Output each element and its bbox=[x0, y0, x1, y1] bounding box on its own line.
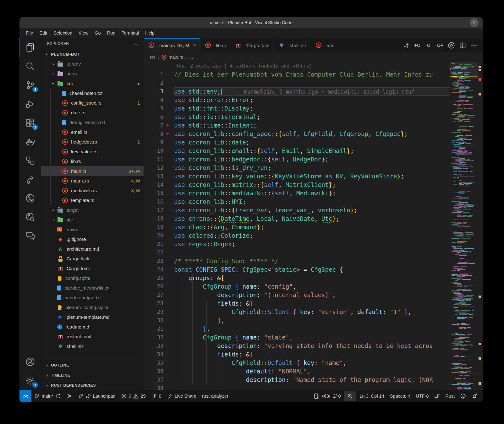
tree-item-rustfmt-toml[interactable]: [T]rustfmt.toml bbox=[41, 332, 144, 341]
status-rust-analyzer[interactable]: rust-analyzer bbox=[199, 390, 231, 402]
activity-source-control[interactable]: 3 bbox=[19, 76, 41, 95]
code-line-27[interactable]: 27 description: "(internal values)", bbox=[144, 291, 450, 299]
code-line-3[interactable]: 3use std::env;murmeldin, 5 months ago • … bbox=[144, 87, 450, 96]
code-line-2[interactable]: 2 bbox=[144, 79, 450, 87]
code-line-20[interactable]: 20use colored::Colorize; bbox=[144, 231, 450, 240]
tree-item-email-rs[interactable]: Remail.rs bbox=[41, 127, 144, 137]
code-line-38[interactable]: 38 bbox=[144, 384, 450, 390]
tree-item-idea[interactable]: ›●.idea bbox=[41, 69, 144, 79]
tree-item-target[interactable]: ›◎target bbox=[41, 205, 144, 215]
tree-item-hedgedoc-rs[interactable]: Rhedgedoc.rs1 bbox=[41, 137, 144, 147]
minimap[interactable] bbox=[450, 62, 478, 390]
status-zoom[interactable] bbox=[344, 391, 356, 401]
menu-file[interactable]: File bbox=[23, 29, 36, 37]
code-line-33[interactable]: 33 description: "varying state info that… bbox=[144, 342, 450, 350]
code-line-7[interactable]: 7use std::time::Instant; bbox=[144, 121, 450, 130]
tab-em[interactable]: Rem bbox=[311, 38, 333, 52]
status-language-mode[interactable]: Rust bbox=[442, 390, 457, 402]
tree-item-config-spec-rs[interactable]: Rconfig_spec.rs1 bbox=[41, 98, 144, 108]
tree-root-plenum-bot[interactable]: › PLENUM-BOT bbox=[41, 49, 144, 59]
activity-run-debug[interactable] bbox=[19, 95, 41, 113]
previous-change-button[interactable] bbox=[412, 40, 422, 50]
menu-view[interactable]: View bbox=[75, 29, 91, 37]
explorer-more-actions-icon[interactable]: ··· bbox=[134, 41, 139, 46]
code-line-1[interactable]: 1// Dies ist der Plenumsbot vom Chaos Co… bbox=[144, 70, 450, 79]
code-line-16[interactable]: 16use cccron_lib::NYI; bbox=[144, 198, 450, 206]
sidebar-section-timeline[interactable]: ›TIMELINE bbox=[41, 370, 144, 380]
tab-lib-rs[interactable]: Rlib.rs bbox=[200, 38, 230, 52]
code-line-25[interactable]: 25 groups: &[ bbox=[144, 274, 450, 282]
tree-item-key-value-rs[interactable]: Rkey_value.rs bbox=[41, 147, 144, 156]
code-line-28[interactable]: 28 fields: &[ bbox=[144, 299, 450, 308]
activity-comments[interactable] bbox=[19, 226, 41, 245]
tree-item-pandoc-output-txt[interactable]: pandoc-output.txt bbox=[41, 293, 144, 302]
menu-run[interactable]: Run bbox=[104, 29, 119, 37]
code-line-19[interactable]: 19use clap::{Arg, Command}; bbox=[144, 223, 450, 231]
tree-item-gitignore[interactable]: ◆.gitignore bbox=[41, 234, 144, 244]
tree-item-plenum-template-md[interactable]: M↓plenum-template.md bbox=[41, 312, 144, 322]
unchanged-region-button[interactable] bbox=[424, 40, 434, 50]
code-line-36[interactable]: 36 default: "NORMAL", bbox=[144, 367, 450, 376]
breadcrumb-folder[interactable]: src bbox=[150, 55, 156, 60]
code-line-22[interactable]: 22 bbox=[144, 248, 450, 257]
code-line-18[interactable]: 18use chrono::{DateTime, Local, NaiveDat… bbox=[144, 215, 450, 223]
more-actions-button[interactable] bbox=[469, 40, 479, 50]
activity-search[interactable] bbox=[19, 57, 41, 76]
tree-item-mediawiki-rs[interactable]: Rmediawiki.rs8, M bbox=[41, 186, 144, 195]
tree-item-pandoc-mediawiki-txt[interactable]: pandoc_mediawiki.txt bbox=[41, 283, 144, 293]
code-line-32[interactable]: 32 CfgGroup { name: "state", bbox=[144, 333, 450, 342]
code-line-4[interactable]: 4use std::error::Error; bbox=[144, 96, 450, 104]
split-editor-button[interactable] bbox=[457, 40, 468, 50]
tree-item-date-rs[interactable]: Rdate.rs bbox=[41, 108, 144, 117]
code-line-9[interactable]: 9use cccron_lib::date; bbox=[144, 138, 450, 147]
code-line-31[interactable]: 31 }, bbox=[144, 325, 450, 333]
status-cursor-position[interactable]: Ln 3, Col 14 bbox=[357, 390, 387, 402]
activity-explorer[interactable] bbox=[19, 38, 41, 57]
tree-item-src[interactable]: ›</>src● bbox=[41, 79, 144, 88]
code-line-35[interactable]: 35 CfgField::Default { key: "name", bbox=[144, 359, 450, 367]
activity-gitlens-inspect[interactable] bbox=[19, 208, 41, 226]
tree-item-util[interactable]: ›+util bbox=[41, 215, 144, 225]
status-eol[interactable]: LF bbox=[431, 390, 442, 402]
status-launchpad[interactable]: Launchpad bbox=[75, 390, 118, 402]
code-line-14[interactable]: 14use cccron_lib::matrix::{self, MatrixC… bbox=[144, 181, 450, 189]
run-or-debug-button[interactable] bbox=[446, 40, 456, 50]
status-indentation[interactable]: Spaces: 4 bbox=[387, 390, 413, 402]
status-accessibility[interactable] bbox=[457, 390, 469, 402]
tree-item-cargo-toml[interactable]: [T]Cargo.toml bbox=[41, 264, 144, 273]
code-line-34[interactable]: 34 fields: &[ bbox=[144, 350, 450, 359]
code-line-11[interactable]: 11use cccron_lib::hedgedoc::{self, Hedge… bbox=[144, 155, 450, 164]
tree-item-chaosknoten-txt[interactable]: chaosknoten.txt bbox=[41, 88, 144, 98]
code-line-30[interactable]: 30 ], bbox=[144, 316, 450, 325]
sidebar-section-rust-dependencies[interactable]: ›RUST DEPENDENCIES bbox=[41, 380, 144, 390]
code-line-23[interactable]: 23/* ***** Config Spec ***** */ bbox=[144, 257, 450, 265]
menu-selection[interactable]: Selection bbox=[50, 29, 75, 37]
code-line-24[interactable]: 24const CONFIG_SPEC: CfgSpec<'static> = … bbox=[144, 265, 450, 274]
tree-item-debug-emails-txt[interactable]: debug_emails.txt bbox=[41, 117, 144, 127]
tree-item-cargo-lock[interactable]: Cargo.lock bbox=[41, 254, 144, 264]
menu-help[interactable]: Help bbox=[142, 29, 158, 37]
tree-item-lib-rs[interactable]: Rlib.rs bbox=[41, 156, 144, 166]
code-line-17[interactable]: 17use cccron_lib::{trace_var, trace_var_… bbox=[144, 206, 450, 215]
status-live-share[interactable]: Live Share bbox=[164, 390, 199, 402]
activity-gitlens[interactable] bbox=[19, 189, 41, 208]
tree-item-shell-nix[interactable]: ❄shell.nix bbox=[41, 341, 144, 351]
tree-item-architecture-md[interactable]: Λarchitecture.md bbox=[41, 244, 144, 254]
activity-live-share[interactable] bbox=[19, 170, 41, 189]
breadcrumb-file[interactable]: main.rs bbox=[169, 55, 183, 60]
tree-item-envrc[interactable]: >_.envrc bbox=[41, 225, 144, 234]
code-line-10[interactable]: 10use cccron_lib::email::{self, Email, S… bbox=[144, 147, 450, 155]
status-problems[interactable]: 029 bbox=[118, 390, 148, 402]
status-ports[interactable]: 0 bbox=[149, 390, 164, 402]
tree-item-template-rs[interactable]: Rtemplate.rs bbox=[41, 195, 144, 205]
breadcrumb-symbol[interactable]: … bbox=[189, 55, 194, 60]
open-changes-button[interactable] bbox=[401, 40, 411, 50]
code-line-29[interactable]: 29 CfgField::Silent { key: "version", de… bbox=[144, 308, 450, 316]
code-editor[interactable]: You, 2 weeks ago | 4 authors (nobody and… bbox=[144, 62, 450, 390]
activity-docker[interactable] bbox=[19, 132, 41, 151]
menu-go[interactable]: Go bbox=[91, 29, 104, 37]
sidebar-section-outline[interactable]: ›OUTLINE bbox=[41, 360, 144, 370]
menu-edit[interactable]: Edit bbox=[36, 29, 50, 37]
tree-item-main-rs[interactable]: Rmain.rs9+, M bbox=[41, 166, 144, 176]
status-remote[interactable]: >< bbox=[19, 390, 31, 402]
